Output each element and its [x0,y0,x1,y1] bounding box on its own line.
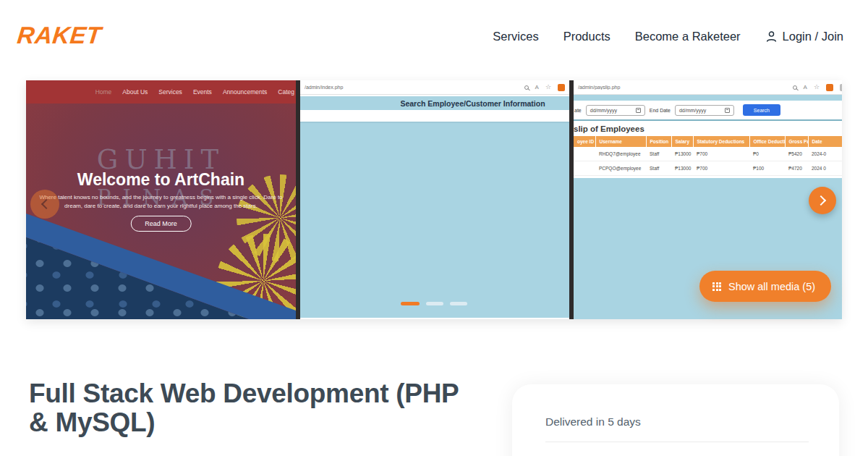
artchain-nav-about[interactable]: About Us [122,88,148,96]
artchain-nav-categories[interactable]: Categ [278,88,294,96]
carousel-dot-2[interactable] [426,302,443,305]
search-page-body [300,123,569,318]
artchain-nav-home[interactable]: Home [95,88,112,96]
url-text: /admin/payslip.php [578,85,793,90]
media-slide-artchain[interactable]: Home About Us Services Events Announceme… [26,80,296,319]
search-icon[interactable] [524,85,529,90]
bookmark-star-icon[interactable]: ☆ [545,84,551,90]
payslip-heading: slip of Employees [574,124,644,133]
read-more-button[interactable]: Read More [130,216,192,232]
chevron-right-icon [816,195,826,206]
bookmark-star-icon[interactable]: ☆ [814,84,820,90]
browser-toolbar-icons: A ☆ [793,84,838,91]
delivery-time: Delivered in 5 days [545,415,809,428]
person-icon [765,30,778,43]
carousel-prev-button[interactable] [30,190,59,219]
carousel-dots [401,302,467,305]
show-all-media-label: Show all media (5) [728,281,815,292]
browser-url-bar: /admin/index.php A ☆ [300,80,569,95]
artchain-nav-services[interactable]: Services [158,88,182,96]
order-summary-card: Delivered in 5 days [512,384,839,456]
artchain-hero: GUHIT PINAS Welcome to ArtChain Where ta… [26,104,296,319]
raket-logo[interactable]: RAKET [16,22,103,49]
artchain-nav-events[interactable]: Events [193,88,212,96]
extension-icon[interactable] [840,84,842,91]
browser-brand-icon[interactable] [826,84,833,91]
table-header-row: oyee ID Username Position Salary Statuto… [574,136,842,147]
artchain-heading: Welcome to ArtChain [26,170,296,190]
nav-products[interactable]: Products [563,30,610,43]
calendar-icon[interactable] [636,108,641,113]
translate-icon[interactable]: A [804,85,807,90]
site-header: RAKET Services Products Become a Raketee… [0,0,868,72]
carousel-dot-1[interactable] [401,302,420,305]
grid-icon [712,282,721,291]
search-icon[interactable] [793,85,797,90]
start-date-label: ate [574,108,582,113]
search-page-input[interactable] [300,110,569,123]
search-page-title: Search Employee/Customer Information [300,99,569,108]
divider [574,119,842,121]
payslip-table: oyee ID Username Position Salary Statuto… [574,136,842,176]
carousel-dot-3[interactable] [450,302,467,305]
chevron-left-icon [41,199,51,209]
artchain-nav-announcements[interactable]: Announcements [223,88,267,96]
login-join-label: Login / Join [783,30,843,43]
artchain-navbar: Home About Us Services Events Announceme… [26,80,296,104]
nav-become-a-raketeer[interactable]: Become a Raketeer [635,30,741,43]
payslip-search-button[interactable]: Search [743,104,780,116]
payslip-date-filter: ate dd/mm/yyyy End Date dd/mm/yyyy Searc… [574,104,780,116]
artchain-tagline: Where talent knows no bounds, and the jo… [37,193,285,210]
media-slide-search-page[interactable]: /admin/index.php A ☆ Search Employee/Cus… [300,80,569,319]
end-date-input[interactable]: dd/mm/yyyy [675,105,734,116]
nav-services[interactable]: Services [493,30,538,43]
payslip-content: ate dd/mm/yyyy End Date dd/mm/yyyy Searc… [574,101,842,178]
media-carousel: Home About Us Services Events Announceme… [26,80,842,319]
main-nav: Services Products Become a Raketeer Logi… [493,0,843,72]
browser-toolbar-icons: A ☆ [524,84,565,91]
divider [545,442,809,442]
service-title: Full Stack Web Development (PHP & MySQL) [29,379,470,437]
start-date-input[interactable]: dd/mm/yyyy [586,105,645,116]
translate-icon[interactable]: A [535,85,539,90]
table-row: RHDQ7@employee Staff ₱13000 ₱700 ₱0 ₱542… [574,147,842,161]
carousel-next-button[interactable] [809,187,836,214]
search-page-header: Search Employee/Customer Information [300,96,569,110]
calendar-icon[interactable] [725,108,730,113]
table-row: PCPQO@employee Staff ₱13000 ₱700 ₱100 ₱4… [574,161,842,176]
spacer [574,95,842,101]
browser-url-bar: /admin/payslip.php A ☆ [574,80,842,95]
end-date-label: End Date [650,108,671,113]
show-all-media-button[interactable]: Show all media (5) [699,271,831,302]
browser-brand-icon[interactable] [558,84,565,91]
page: RAKET Services Products Become a Raketee… [0,0,868,456]
login-join-button[interactable]: Login / Join [765,30,843,43]
url-text: /admin/index.php [305,85,524,90]
